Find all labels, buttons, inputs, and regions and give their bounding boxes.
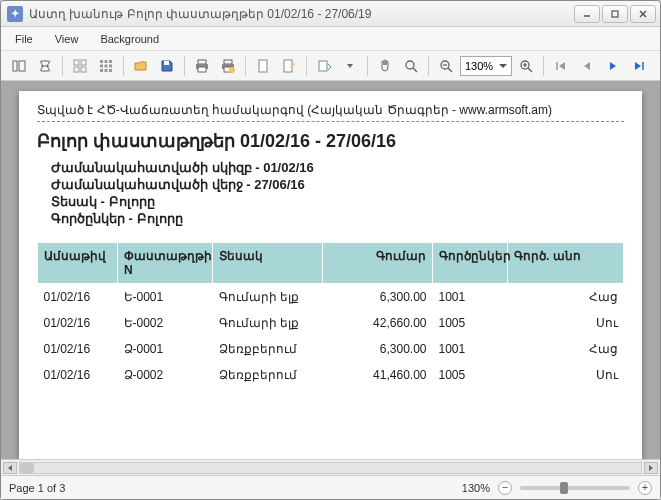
svg-rect-22 bbox=[198, 67, 206, 72]
print-header: Տպված է ՀԾ-Վաճառատեղ համակարգով (Հայկակա… bbox=[37, 103, 624, 117]
page-indicator: Page 1 of 3 bbox=[9, 482, 65, 494]
separator bbox=[367, 56, 368, 76]
table-row: 01/02/16Ձ-0001Ձեռքբերում6,300.001001Հաց bbox=[38, 336, 624, 362]
cell-pname: Սու bbox=[508, 310, 624, 336]
open-icon[interactable] bbox=[129, 55, 153, 77]
zoom-slider-knob[interactable] bbox=[560, 482, 568, 494]
menu-background[interactable]: Background bbox=[92, 30, 167, 48]
svg-rect-13 bbox=[100, 64, 103, 67]
cell-pname: Հաց bbox=[508, 336, 624, 362]
zoom-slider[interactable] bbox=[520, 486, 630, 490]
table-header-row: Ամսաթիվ Փաստաթղթի N Տեսակ Գումար Գործընկ… bbox=[38, 243, 624, 284]
cell-date: 01/02/16 bbox=[38, 310, 118, 336]
svg-rect-1 bbox=[612, 11, 618, 17]
toolbar: 130% bbox=[1, 51, 660, 81]
cell-type: Ձեռքբերում bbox=[213, 362, 323, 388]
zoom-plus-button[interactable]: + bbox=[638, 481, 652, 495]
svg-rect-8 bbox=[74, 67, 79, 72]
edit-page-icon[interactable] bbox=[277, 55, 301, 77]
thumbnails-icon[interactable] bbox=[68, 55, 92, 77]
col-date: Ամսաթիվ bbox=[38, 243, 118, 284]
svg-rect-15 bbox=[109, 64, 112, 67]
zoom-in-icon[interactable] bbox=[514, 55, 538, 77]
close-button[interactable] bbox=[630, 5, 656, 23]
next-page-icon[interactable] bbox=[601, 55, 625, 77]
cell-partner: 1001 bbox=[433, 336, 508, 362]
cell-pname: Հաց bbox=[508, 284, 624, 311]
cell-amount: 6,300.00 bbox=[323, 284, 433, 311]
grid-icon[interactable] bbox=[94, 55, 118, 77]
zoom-tool-icon[interactable] bbox=[399, 55, 423, 77]
period-end: Ժամանակահատվածի վերջ - 27/06/16 bbox=[51, 177, 624, 192]
svg-rect-19 bbox=[164, 61, 169, 65]
svg-rect-23 bbox=[224, 60, 232, 64]
statusbar: Page 1 of 3 130% − + bbox=[1, 475, 660, 499]
svg-point-26 bbox=[229, 67, 235, 73]
svg-rect-28 bbox=[284, 60, 292, 72]
sidebar-toggle-icon[interactable] bbox=[7, 55, 31, 77]
col-amount: Գումար bbox=[323, 243, 433, 284]
document-viewport[interactable]: Տպված է ՀԾ-Վաճառատեղ համակարգով (Հայկակա… bbox=[1, 81, 660, 459]
window-controls bbox=[574, 5, 656, 23]
zoom-select[interactable]: 130% bbox=[460, 56, 512, 76]
cell-type: Գումարի ելք bbox=[213, 310, 323, 336]
last-page-icon[interactable] bbox=[627, 55, 651, 77]
separator bbox=[184, 56, 185, 76]
cell-partner: 1005 bbox=[433, 310, 508, 336]
cell-pname: Սու bbox=[508, 362, 624, 388]
prev-page-icon[interactable] bbox=[575, 55, 599, 77]
svg-rect-7 bbox=[81, 60, 86, 65]
find-icon[interactable] bbox=[33, 55, 57, 77]
svg-rect-27 bbox=[259, 60, 267, 72]
svg-line-38 bbox=[528, 68, 532, 72]
save-icon[interactable] bbox=[155, 55, 179, 77]
cell-docno: Ե-0001 bbox=[118, 284, 213, 311]
svg-rect-12 bbox=[109, 60, 112, 63]
print-icon[interactable] bbox=[190, 55, 214, 77]
table-row: 01/02/16Ե-0001Գումարի ելք6,300.001001Հաց bbox=[38, 284, 624, 311]
app-icon: ✦ bbox=[7, 6, 23, 22]
col-docno: Փաստաթղթի N bbox=[118, 243, 213, 284]
export-dropdown-icon[interactable] bbox=[338, 55, 362, 77]
zoom-out-icon[interactable] bbox=[434, 55, 458, 77]
table-row: 01/02/16Ձ-0002Ձեռքբերում41,460.001005Սու bbox=[38, 362, 624, 388]
cell-partner: 1001 bbox=[433, 284, 508, 311]
table-row: 01/02/16Ե-0002Գումարի ելք42,660.001005Սո… bbox=[38, 310, 624, 336]
first-page-icon[interactable] bbox=[549, 55, 573, 77]
svg-rect-17 bbox=[105, 69, 108, 72]
cell-docno: Ձ-0002 bbox=[118, 362, 213, 388]
doc-title: Բոլոր փաստաթղթեր 01/02/16 - 27/06/16 bbox=[37, 130, 624, 152]
scroll-right-icon[interactable] bbox=[644, 462, 658, 474]
cell-partner: 1005 bbox=[433, 362, 508, 388]
doc-partners: Գործընկեր - Բոլորը bbox=[51, 211, 624, 226]
separator bbox=[428, 56, 429, 76]
separator bbox=[543, 56, 544, 76]
horizontal-scrollbar[interactable] bbox=[1, 459, 660, 475]
menu-file[interactable]: File bbox=[7, 30, 41, 48]
scroll-thumb[interactable] bbox=[20, 463, 34, 473]
cell-date: 01/02/16 bbox=[38, 362, 118, 388]
svg-rect-14 bbox=[105, 64, 108, 67]
col-partner-name: Գործ. անո bbox=[508, 243, 624, 284]
scroll-track[interactable] bbox=[19, 462, 642, 474]
menu-view[interactable]: View bbox=[47, 30, 87, 48]
separator bbox=[62, 56, 63, 76]
zoom-value: 130% bbox=[465, 60, 493, 72]
svg-rect-11 bbox=[105, 60, 108, 63]
svg-rect-6 bbox=[74, 60, 79, 65]
maximize-button[interactable] bbox=[602, 5, 628, 23]
minimize-button[interactable] bbox=[574, 5, 600, 23]
app-window: ✦ Աստղ խանութ Բոլոր փաստաթղթեր 01/02/16 … bbox=[0, 0, 661, 500]
page-setup-icon[interactable] bbox=[251, 55, 275, 77]
export-icon[interactable] bbox=[312, 55, 336, 77]
menubar: File View Background bbox=[1, 27, 660, 51]
zoom-minus-button[interactable]: − bbox=[498, 481, 512, 495]
separator bbox=[306, 56, 307, 76]
hand-tool-icon[interactable] bbox=[373, 55, 397, 77]
svg-rect-20 bbox=[198, 60, 206, 64]
cell-amount: 42,660.00 bbox=[323, 310, 433, 336]
zoom-label: 130% bbox=[462, 482, 490, 494]
quick-print-icon[interactable] bbox=[216, 55, 240, 77]
scroll-left-icon[interactable] bbox=[3, 462, 17, 474]
cell-date: 01/02/16 bbox=[38, 284, 118, 311]
